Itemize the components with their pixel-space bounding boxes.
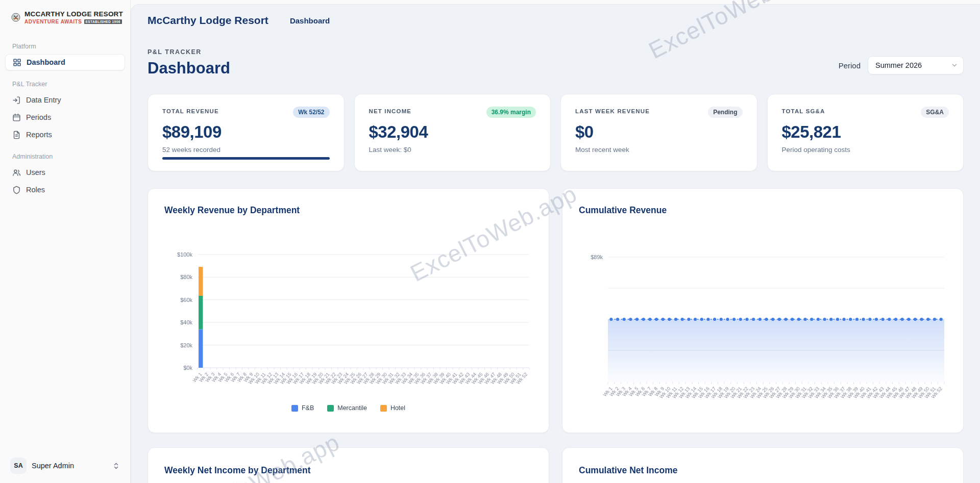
stat-value: $89,109: [162, 122, 330, 142]
mercantile-swatch-icon: [327, 405, 334, 412]
logo-title: MCCARTHY LODGE RESORT: [24, 10, 123, 18]
status-badge: Wk 52/52: [293, 107, 329, 118]
fnb-swatch-icon: [291, 405, 298, 412]
hotel-swatch-icon: [380, 405, 387, 412]
stat-label: TOTAL SG&A: [782, 107, 825, 114]
revenue-progress-bar: [162, 157, 330, 160]
legend-item-hotel: Hotel: [380, 404, 405, 412]
legend-label: F&B: [302, 404, 314, 412]
breadcrumb: Dashboard: [290, 16, 330, 25]
svg-text:$40k: $40k: [180, 319, 192, 325]
svg-text:$20k: $20k: [180, 342, 192, 348]
weekly-revenue-bar-chart: $0k$20k$40k$60k$80k$100kWk 1Wk 2Wk 3Wk 4…: [164, 236, 531, 399]
stat-value: $0: [575, 122, 743, 142]
stat-card-total-revenue: TOTAL REVENUE Wk 52/52 $89,109 52 weeks …: [148, 94, 345, 171]
avatar: SA: [10, 457, 27, 474]
svg-text:$0k: $0k: [183, 365, 192, 371]
legend-label: Hotel: [390, 404, 405, 412]
logo: MCCARTHY LODGE RESORT ADVENTURE AWAITS E…: [0, 0, 130, 33]
sidebar-item-reports[interactable]: Reports: [5, 126, 125, 143]
weekly-revenue-chart-card: Weekly Revenue by Department $0k$20k$40k…: [148, 188, 549, 433]
topbar: McCarthy Lodge Resort Dashboard: [131, 5, 980, 36]
chevrons-up-down-icon: [112, 462, 120, 470]
sidebar-item-label: Periods: [26, 113, 51, 121]
legend-label: Mercantile: [337, 404, 367, 412]
stat-value: $32,904: [369, 122, 536, 142]
sidebar-item-users[interactable]: Users: [5, 164, 125, 181]
chart-title: Cumulative Revenue: [579, 205, 947, 216]
sidebar-item-label: Users: [26, 168, 45, 176]
cumulative-revenue-line-chart: $89kWk 1Wk 2Wk 3Wk 4Wk 5Wk 6Wk 7Wk 8Wk 9…: [579, 236, 946, 404]
sidebar-item-label: Reports: [26, 131, 52, 139]
svg-text:$89k: $89k: [591, 254, 603, 260]
logo-tagline: ADVENTURE AWAITS: [24, 19, 82, 24]
sidebar-item-label: Data Entry: [26, 96, 61, 104]
nav-section-platform: Platform: [0, 40, 130, 53]
stat-subtext: Period operating costs: [782, 146, 949, 154]
legend-item-mercantile: Mercantile: [327, 404, 367, 412]
chart-title: Weekly Net Income by Department: [164, 465, 532, 476]
user-name: Super Admin: [32, 462, 107, 470]
stat-subtext: Most recent week: [575, 146, 743, 154]
sidebar-item-periods[interactable]: Periods: [5, 109, 125, 125]
sidebar-item-label: Roles: [26, 186, 45, 194]
sidebar-item-dashboard[interactable]: Dashboard: [5, 54, 125, 70]
logo-established-badge: ESTABLISHED 1906: [84, 19, 122, 24]
svg-text:$80k: $80k: [180, 274, 192, 280]
cumulative-revenue-chart-card: Cumulative Revenue $89kWk 1Wk 2Wk 3Wk 4W…: [562, 188, 964, 433]
shield-icon: [12, 186, 21, 194]
users-icon: [12, 168, 21, 177]
calendar-icon: [12, 113, 21, 122]
page-title: Dashboard: [148, 59, 230, 78]
sidebar-item-data-entry[interactable]: Data Entry: [5, 92, 125, 108]
stat-subtext: Last week: $0: [369, 146, 536, 154]
stat-value: $25,821: [782, 122, 949, 142]
cumulative-net-income-chart-card: Cumulative Net Income: [562, 447, 964, 483]
sidebar-item-label: Dashboard: [27, 58, 65, 66]
svg-text:$60k: $60k: [180, 297, 192, 303]
stat-label: LAST WEEK REVENUE: [575, 107, 650, 114]
weekly-net-income-chart-card: Weekly Net Income by Department: [148, 447, 549, 483]
legend-item-fnb: F&B: [291, 404, 314, 412]
app-title: McCarthy Lodge Resort: [148, 14, 268, 27]
nav-section-pnl-tracker: P&L Tracker: [0, 78, 130, 91]
stat-subtext: 52 weeks recorded: [162, 146, 330, 154]
stat-label: NET INCOME: [369, 107, 412, 114]
chart-title: Cumulative Net Income: [579, 465, 947, 476]
status-badge: SG&A: [921, 107, 949, 118]
status-badge: 36.9% margin: [486, 107, 536, 118]
svg-text:$100k: $100k: [177, 251, 192, 258]
nav-section-administration: Administration: [0, 150, 130, 163]
lodge-emblem-icon: [11, 7, 20, 28]
layout-grid-icon: [13, 58, 21, 67]
period-label: Period: [839, 61, 861, 70]
chart-legend: F&B Mercantile Hotel: [164, 404, 532, 412]
sidebar: MCCARTHY LODGE RESORT ADVENTURE AWAITS E…: [0, 0, 131, 483]
data-entry-icon: [12, 96, 21, 105]
stat-label: TOTAL REVENUE: [162, 107, 219, 114]
section-eyebrow: P&L TRACKER: [148, 48, 230, 56]
status-badge: Pending: [708, 107, 742, 118]
chart-title: Weekly Revenue by Department: [164, 205, 532, 216]
report-icon: [12, 131, 21, 139]
main-panel: McCarthy Lodge Resort Dashboard P&L TRAC…: [131, 4, 980, 483]
period-select[interactable]: Summer 2026: [868, 56, 964, 74]
sidebar-item-roles[interactable]: Roles: [5, 182, 125, 198]
stat-card-net-income: NET INCOME 36.9% margin $32,904 Last wee…: [354, 94, 551, 171]
stat-card-last-week-revenue: LAST WEEK REVENUE Pending $0 Most recent…: [560, 94, 757, 171]
user-menu[interactable]: SA Super Admin: [4, 453, 126, 478]
stat-card-total-sga: TOTAL SG&A SG&A $25,821 Period operating…: [767, 94, 964, 171]
